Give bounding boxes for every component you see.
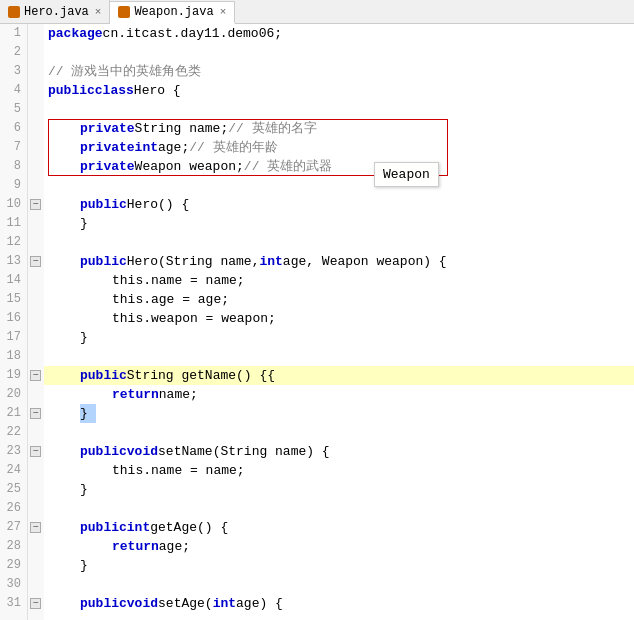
- keyword-token: int: [127, 518, 150, 537]
- gutter-line-25: [28, 480, 44, 499]
- code-token: age) {: [236, 594, 283, 613]
- code-line-21: }: [44, 404, 634, 423]
- gutter-line-22: [28, 423, 44, 442]
- code-line-4: public class Hero {: [44, 81, 634, 100]
- code-line-27: public int getAge() {: [44, 518, 634, 537]
- gutter-line-3: [28, 62, 44, 81]
- keyword-token: private: [80, 138, 135, 157]
- code-token: }: [80, 556, 88, 575]
- keyword-token: return: [112, 385, 159, 404]
- code-line-23: public void setName(String name) {: [44, 442, 634, 461]
- line-number-20: 20: [6, 385, 21, 404]
- code-line-20: return name;: [44, 385, 634, 404]
- code-line-24: this.name = name;: [44, 461, 634, 480]
- keyword-token: public: [80, 442, 127, 461]
- code-line-2: [44, 43, 634, 62]
- line-number-17: 17: [6, 328, 21, 347]
- line-number-22: 22: [6, 423, 21, 442]
- code-token: age, Weapon weapon) {: [283, 252, 447, 271]
- collapse-icon-21[interactable]: −: [30, 408, 41, 419]
- code-line-1: package cn.itcast.day11.demo06;: [44, 24, 634, 43]
- tab-bar: Hero.java × Weapon.java ×: [0, 0, 634, 24]
- gutter-line-21: −: [28, 404, 44, 423]
- gutter-line-31: −: [28, 594, 44, 613]
- gutter-line-12: [28, 233, 44, 252]
- tab-weapon-close[interactable]: ×: [220, 6, 227, 18]
- gutter-line-18: [28, 347, 44, 366]
- gutter-line-30: [28, 575, 44, 594]
- code-line-25: }: [44, 480, 634, 499]
- gutter-line-24: [28, 461, 44, 480]
- code-line-26: [44, 499, 634, 518]
- collapse-icon-31[interactable]: −: [30, 598, 41, 609]
- collapse-icon-10[interactable]: −: [30, 199, 41, 210]
- line-number-13: 13: [6, 252, 21, 271]
- line-number-6: 6: [6, 119, 21, 138]
- code-line-5: [44, 100, 634, 119]
- code-token: }: [80, 328, 88, 347]
- code-token: this.name = name;: [112, 461, 245, 480]
- collapse-icon-13[interactable]: −: [30, 256, 41, 267]
- gutter-line-14: [28, 271, 44, 290]
- code-token: this.weapon = weapon;: [112, 309, 276, 328]
- gutter-line-6: [28, 119, 44, 138]
- gutter-line-8: [28, 157, 44, 176]
- tab-weapon[interactable]: Weapon.java ×: [110, 1, 235, 24]
- line-number-3: 3: [6, 62, 21, 81]
- tab-weapon-icon: [118, 6, 130, 18]
- line-number-4: 4: [6, 81, 21, 100]
- collapse-icon-23[interactable]: −: [30, 446, 41, 457]
- code-line-19: public String getName() { {: [44, 366, 634, 385]
- code-token: String name;: [135, 119, 229, 138]
- line-number-9: 9: [6, 176, 21, 195]
- tab-hero-close[interactable]: ×: [95, 6, 102, 18]
- code-line-30: [44, 575, 634, 594]
- keyword-token: void: [127, 442, 158, 461]
- code-line-15: this.age = age;: [44, 290, 634, 309]
- gutter-line-7: [28, 138, 44, 157]
- gutter-line-10: −: [28, 195, 44, 214]
- line-number-21: 21: [6, 404, 21, 423]
- line-number-26: 26: [6, 499, 21, 518]
- gutter-line-5: [28, 100, 44, 119]
- gutter-line-20: [28, 385, 44, 404]
- code-line-17: }: [44, 328, 634, 347]
- code-token: name;: [159, 385, 198, 404]
- line-number-14: 14: [6, 271, 21, 290]
- code-token: Hero {: [134, 81, 181, 100]
- tab-hero-icon: [8, 6, 20, 18]
- code-line-14: this.name = name;: [44, 271, 634, 290]
- weapon-tooltip: Weapon: [374, 162, 439, 187]
- code-content[interactable]: package cn.itcast.day11.demo06;// 游戏当中的英…: [44, 24, 634, 620]
- gutter-line-16: [28, 309, 44, 328]
- line-number-8: 8: [6, 157, 21, 176]
- code-line-7: private int age; // 英雄的年龄: [44, 138, 634, 157]
- code-line-16: this.weapon = weapon;: [44, 309, 634, 328]
- tab-weapon-label: Weapon.java: [134, 5, 213, 19]
- line-number-28: 28: [6, 537, 21, 556]
- keyword-token: public: [80, 594, 127, 613]
- gutter-line-1: [28, 24, 44, 43]
- keyword-token: private: [80, 119, 135, 138]
- line-number-10: 10: [6, 195, 21, 214]
- line-number-30: 30: [6, 575, 21, 594]
- gutter-line-23: −: [28, 442, 44, 461]
- code-token: getAge() {: [150, 518, 228, 537]
- line-number-16: 16: [6, 309, 21, 328]
- tab-hero[interactable]: Hero.java ×: [0, 0, 110, 23]
- collapse-icon-27[interactable]: −: [30, 522, 41, 533]
- brace-selected-token: }: [80, 404, 96, 423]
- code-line-28: return age;: [44, 537, 634, 556]
- code-line-8: private Weapon weapon; // 英雄的武器: [44, 157, 634, 176]
- gutter-line-4: [28, 81, 44, 100]
- line-number-25: 25: [6, 480, 21, 499]
- gutter-line-17: [28, 328, 44, 347]
- code-token: }: [80, 214, 88, 233]
- keyword-token: void: [127, 594, 158, 613]
- code-line-3: // 游戏当中的英雄角色类: [44, 62, 634, 81]
- collapse-icon-19[interactable]: −: [30, 370, 41, 381]
- line-number-18: 18: [6, 347, 21, 366]
- comment-token: // 英雄的名字: [228, 119, 316, 138]
- keyword-token: int: [259, 252, 282, 271]
- line-number-27: 27: [6, 518, 21, 537]
